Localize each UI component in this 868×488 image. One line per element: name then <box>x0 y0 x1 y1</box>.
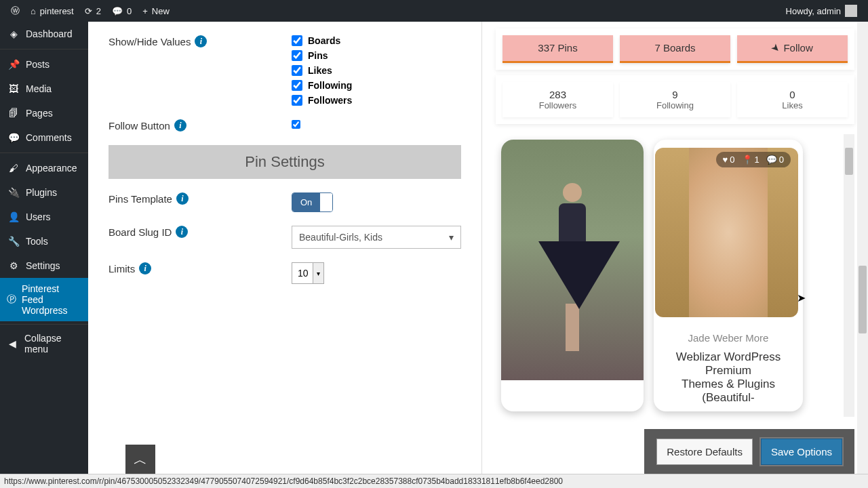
my-account[interactable]: Howdy, admin <box>781 0 863 22</box>
menu-settings[interactable]: ⚙Settings <box>0 253 88 278</box>
board-slug-select[interactable]: Beautiful-Girls, Kids▾ <box>292 226 461 249</box>
menu-pinterest-feed[interactable]: ⓅPinterest Feed Wordpress <box>0 278 88 321</box>
tools-icon: 🔧 <box>7 235 20 248</box>
pins-template-row: Pins Templatei On <box>108 192 461 212</box>
preview-scrollbar[interactable] <box>844 134 854 417</box>
pin-hearts: ♥0 <box>723 155 735 165</box>
pin-icon: 📌 <box>7 58 20 71</box>
checkbox-followers[interactable]: Followers <box>292 95 352 106</box>
board-slug-label: Board Slug ID <box>108 226 172 238</box>
admin-bar-left: ⓦ ⌂pinterest ⟳2 💬0 +New <box>5 0 175 22</box>
pin-image-1 <box>501 140 644 380</box>
plugins-icon: 🔌 <box>7 186 20 199</box>
admin-sidebar: ◈Dashboard 📌Posts 🖾Media 🗐Pages 💬Comment… <box>0 22 88 488</box>
menu-posts[interactable]: 📌Posts <box>0 52 88 77</box>
stat-followers: 283Followers <box>502 82 613 117</box>
plus-icon: + <box>142 6 148 16</box>
save-options-button[interactable]: Save Options <box>761 439 842 465</box>
limits-label: Limits <box>108 263 135 274</box>
checkbox-following[interactable]: Following <box>292 80 352 91</box>
chevron-down-icon: ▾ <box>449 232 454 243</box>
pin-settings-header: Pin Settings <box>108 145 461 179</box>
show-hide-row: Show/Hide Valuesi Boards Pins Likes Foll… <box>108 35 461 106</box>
checkbox-boards[interactable]: Boards <box>292 35 352 46</box>
pin-card-2[interactable]: ♥0 📍1 💬0 Jade Weber More Weblizar WordPr… <box>654 140 803 411</box>
browser-status-bar: https://www.pinterest.com/r/pin/46753000… <box>0 474 868 488</box>
follow-button-row: Follow Buttoni <box>108 119 461 131</box>
limits-spinner[interactable]: ▾ <box>292 262 324 284</box>
collapse-menu[interactable]: ◀Collapse menu <box>0 327 88 360</box>
comment-icon: 💬 <box>112 6 123 16</box>
home-icon: ⌂ <box>31 6 36 16</box>
appearance-icon: 🖌 <box>7 161 20 175</box>
users-icon: 👤 <box>7 210 20 224</box>
pinterest-icon: Ⓟ <box>7 293 16 306</box>
menu-users[interactable]: 👤Users <box>0 205 88 229</box>
admin-bar-right: Howdy, admin <box>781 0 863 22</box>
page-scrollbar[interactable] <box>857 22 868 474</box>
site-name[interactable]: ⌂pinterest <box>25 0 79 22</box>
wordpress-icon: ⓦ <box>11 5 20 17</box>
preview-column: 337 Pins 7 Boards ➤ Follow 283Followers … <box>481 22 868 488</box>
refresh-icon: ⟳ <box>85 6 92 16</box>
pin-stats-overlay: ♥0 📍1 💬0 <box>716 152 791 167</box>
pages-icon: 🗐 <box>7 106 20 120</box>
limits-row: Limitsi ▾ <box>108 262 461 284</box>
follow-button-checkbox[interactable] <box>292 120 300 129</box>
pin-icon: 📍 <box>742 155 753 165</box>
stats-top-row: 337 Pins 7 Boards ➤ Follow <box>496 28 854 70</box>
pin-card-1[interactable] <box>501 140 644 411</box>
settings-column: Show/Hide Valuesi Boards Pins Likes Foll… <box>88 22 481 488</box>
pin-comments: 💬0 <box>766 155 784 165</box>
show-hide-label: Show/Hide Values <box>108 36 191 47</box>
stat-likes: 0Likes <box>737 82 848 117</box>
pins-area: ♥0 📍1 💬0 Jade Weber More Weblizar WordPr… <box>496 134 854 417</box>
wp-logo[interactable]: ⓦ <box>5 0 25 22</box>
avatar <box>845 5 857 17</box>
menu-appearance[interactable]: 🖌Appearance <box>0 156 88 180</box>
menu-comments[interactable]: 💬Comments <box>0 125 88 150</box>
footer-buttons: Restore Defaults Save Options <box>644 429 854 474</box>
menu-dashboard[interactable]: ◈Dashboard <box>0 22 88 46</box>
info-icon[interactable]: i <box>195 35 207 47</box>
chevron-up-icon: ︿ <box>134 451 147 469</box>
menu-tools[interactable]: 🔧Tools <box>0 229 88 253</box>
main-content: Show/Hide Valuesi Boards Pins Likes Foll… <box>88 22 868 488</box>
follow-button[interactable]: ➤ Follow <box>737 35 848 63</box>
collapse-icon: ◀ <box>7 337 19 350</box>
pin-caption: Jade Weber More <box>654 325 803 350</box>
info-icon[interactable]: i <box>139 262 151 274</box>
info-icon[interactable]: i <box>176 226 188 238</box>
new-content[interactable]: +New <box>137 0 175 22</box>
stat-following: 9Following <box>620 82 730 117</box>
checkbox-pins[interactable]: Pins <box>292 50 352 61</box>
spinner-arrows-icon[interactable]: ▾ <box>313 263 323 283</box>
settings-icon: ⚙ <box>7 259 20 272</box>
follow-button-label: Follow Button <box>108 120 170 131</box>
menu-media[interactable]: 🖾Media <box>0 77 88 101</box>
stat-pins[interactable]: 337 Pins <box>502 35 613 63</box>
info-icon[interactable]: i <box>174 119 186 131</box>
menu-plugins[interactable]: 🔌Plugins <box>0 180 88 205</box>
info-icon[interactable]: i <box>176 192 189 205</box>
restore-defaults-button[interactable]: Restore Defaults <box>656 439 753 465</box>
board-slug-row: Board Slug IDi Beautiful-Girls, Kids▾ <box>108 226 461 249</box>
stats-bottom-row: 283Followers 9Following 0Likes <box>496 75 854 124</box>
pin-image-2: ♥0 📍1 💬0 <box>662 148 795 317</box>
media-icon: 🖾 <box>7 82 20 96</box>
checkbox-likes[interactable]: Likes <box>292 65 352 76</box>
stat-boards[interactable]: 7 Boards <box>620 35 730 63</box>
dashboard-icon: ◈ <box>7 27 20 41</box>
comments-count[interactable]: 💬0 <box>106 0 137 22</box>
updates[interactable]: ⟳2 <box>79 0 106 22</box>
pins-template-label: Pins Template <box>108 193 172 205</box>
scroll-to-top-button[interactable]: ︿ <box>125 445 155 474</box>
paper-plane-icon: ➤ <box>769 41 784 56</box>
comment-icon: 💬 <box>766 155 777 165</box>
pins-template-toggle[interactable]: On <box>292 192 333 212</box>
pin-repins: 📍1 <box>742 155 760 165</box>
menu-pages[interactable]: 🗐Pages <box>0 101 88 125</box>
comments-icon: 💬 <box>7 131 20 144</box>
limits-input[interactable] <box>292 264 313 283</box>
pin-description: Weblizar WordPress PremiumThemes & Plugi… <box>654 350 803 411</box>
